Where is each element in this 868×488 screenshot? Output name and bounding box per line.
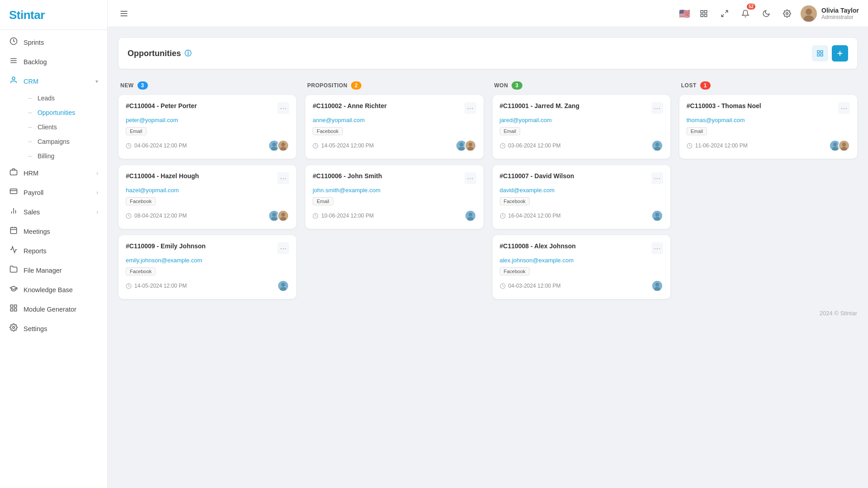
svg-rect-34 bbox=[821, 51, 823, 53]
sidebar-item-settings[interactable]: Settings bbox=[0, 319, 107, 338]
card-C110009[interactable]: #C110009 - Emily Johnson ··· emily.johns… bbox=[119, 235, 296, 299]
card-tag: Facebook bbox=[313, 127, 342, 135]
language-flag[interactable]: 🇺🇸 bbox=[679, 8, 690, 19]
sidebar-item-clients[interactable]: – Clients bbox=[24, 120, 107, 134]
card-menu-button[interactable]: ··· bbox=[277, 242, 289, 254]
card-header: #C110003 - Thomas Noel ··· bbox=[687, 102, 850, 114]
card-header: #C110002 - Anne Richter ··· bbox=[313, 102, 476, 114]
dark-mode-button[interactable] bbox=[759, 6, 773, 21]
sidebar-item-campaigns[interactable]: – Campaigns bbox=[24, 134, 107, 149]
svg-point-85 bbox=[842, 142, 846, 146]
meetings-icon bbox=[9, 226, 18, 237]
card-avatars bbox=[268, 140, 289, 152]
kanban-board: NEW 3 #C110004 - Peter Porter ··· peter@… bbox=[119, 78, 857, 305]
svg-point-4 bbox=[12, 77, 15, 80]
card-menu-button[interactable]: ··· bbox=[651, 102, 663, 114]
card-tags: Facebook bbox=[126, 197, 289, 205]
sidebar-label-backlog: Backlog bbox=[24, 58, 47, 66]
card-menu-button[interactable]: ··· bbox=[277, 172, 289, 184]
sidebar-label-settings: Settings bbox=[24, 325, 47, 332]
sidebar-label-campaigns: Campaigns bbox=[38, 138, 70, 145]
sidebar-item-billing[interactable]: – Billing bbox=[24, 149, 107, 163]
page-title: Opportunities ⓘ bbox=[128, 49, 191, 58]
page-content: Opportunities ⓘ NEW 3 #C110004 - Peter P… bbox=[108, 27, 868, 488]
sidebar-item-meetings[interactable]: Meetings bbox=[0, 222, 107, 241]
card-C110006[interactable]: #C110006 - John Smith ··· john.smith@exa… bbox=[305, 165, 483, 229]
sidebar-item-reports[interactable]: Reports bbox=[0, 241, 107, 261]
card-email: thomas@yopmail.com bbox=[687, 117, 850, 123]
sidebar-item-knowledge-base[interactable]: Knowledge Base bbox=[0, 280, 107, 299]
add-opportunity-button[interactable] bbox=[832, 45, 848, 62]
card-header: #C110008 - Alex Johnson ··· bbox=[500, 242, 663, 254]
svg-point-63 bbox=[467, 147, 474, 152]
card-avatars bbox=[829, 140, 850, 152]
grid-view-button[interactable] bbox=[812, 45, 828, 62]
card-date: 14-05-2024 12:00 PM bbox=[313, 142, 374, 149]
sidebar-label-clients: Clients bbox=[38, 123, 57, 131]
mini-avatar bbox=[651, 210, 663, 222]
kanban-col-won: WON 3 #C110001 - Jarred M. Zang ··· jare… bbox=[493, 78, 670, 305]
card-footer: 03-06-2024 12:00 PM bbox=[500, 140, 663, 152]
sidebar-item-payroll[interactable]: Payroll › bbox=[0, 183, 107, 202]
col-label-lost: LOST bbox=[681, 82, 697, 89]
mini-avatar bbox=[465, 210, 476, 222]
card-C110001[interactable]: #C110001 - Jarred M. Zang ··· jared@yopm… bbox=[493, 95, 670, 159]
svg-point-78 bbox=[655, 283, 659, 286]
svg-point-66 bbox=[468, 213, 472, 216]
notifications-button[interactable]: 52 bbox=[738, 6, 753, 21]
card-C110003[interactable]: #C110003 - Thomas Noel ··· thomas@yopmai… bbox=[679, 95, 857, 159]
col-header-proposition: PROPOSITION 2 bbox=[305, 78, 483, 95]
card-C110002[interactable]: #C110002 - Anne Richter ··· anne@yopmail… bbox=[305, 95, 483, 159]
card-email: alex.johnson@example.com bbox=[500, 257, 663, 264]
card-header: #C110001 - Jarred M. Zang ··· bbox=[500, 102, 663, 114]
sidebar-item-backlog[interactable]: Backlog bbox=[0, 52, 107, 71]
card-avatars bbox=[651, 280, 663, 292]
expand-button[interactable] bbox=[717, 6, 732, 21]
sidebar-item-leads[interactable]: – Leads bbox=[24, 91, 107, 105]
card-menu-button[interactable]: ··· bbox=[465, 172, 476, 184]
svg-rect-36 bbox=[821, 54, 823, 56]
sidebar-item-opportunities[interactable]: – Opportunities bbox=[24, 105, 107, 120]
hrm-chevron-icon: › bbox=[96, 170, 98, 176]
svg-point-31 bbox=[806, 9, 812, 15]
col-header-won: WON 3 bbox=[493, 78, 670, 95]
card-title: #C110009 - Emily Johnson bbox=[126, 242, 206, 250]
user-profile[interactable]: Olivia Taylor Administrator bbox=[801, 5, 859, 22]
sidebar-item-module-generator[interactable]: Module Generator bbox=[0, 299, 107, 319]
svg-point-51 bbox=[281, 213, 285, 216]
card-C110004b[interactable]: #C110004 - Hazel Hough ··· hazel@yopmail… bbox=[119, 165, 296, 229]
settings-button[interactable] bbox=[780, 6, 794, 21]
sidebar-item-crm[interactable]: CRM ▾ bbox=[0, 71, 107, 91]
sidebar-item-sprints[interactable]: Sprints bbox=[0, 33, 107, 52]
svg-point-60 bbox=[458, 147, 465, 152]
sidebar-item-file-manager[interactable]: File Manager bbox=[0, 261, 107, 280]
card-C110004[interactable]: #C110004 - Peter Porter ··· peter@yopmai… bbox=[119, 95, 296, 159]
svg-point-45 bbox=[280, 147, 286, 152]
svg-point-55 bbox=[281, 283, 285, 286]
col-badge-lost: 1 bbox=[700, 81, 711, 90]
card-footer: 14-05-2024 12:00 PM bbox=[313, 140, 476, 152]
logo: Stintar bbox=[0, 0, 107, 27]
svg-point-74 bbox=[655, 213, 659, 216]
card-menu-button[interactable]: ··· bbox=[651, 172, 663, 184]
sidebar-label-sales: Sales bbox=[24, 208, 40, 216]
col-badge-new: 3 bbox=[138, 81, 148, 90]
card-menu-button[interactable]: ··· bbox=[277, 102, 289, 114]
col-header-new: NEW 3 bbox=[119, 78, 296, 95]
card-C110007[interactable]: #C110007 - David Wilson ··· david@exampl… bbox=[493, 165, 670, 229]
card-tags: Email bbox=[313, 197, 476, 205]
card-menu-button[interactable]: ··· bbox=[651, 242, 663, 254]
svg-point-71 bbox=[654, 147, 660, 152]
card-menu-button[interactable]: ··· bbox=[838, 102, 850, 114]
sidebar-item-hrm[interactable]: HRM › bbox=[0, 163, 107, 183]
apps-grid-button[interactable] bbox=[697, 6, 711, 21]
card-C110008[interactable]: #C110008 - Alex Johnson ··· alex.johnson… bbox=[493, 235, 670, 299]
sidebar-item-sales[interactable]: Sales › bbox=[0, 202, 107, 222]
svg-rect-6 bbox=[10, 189, 17, 194]
hamburger-menu-button[interactable] bbox=[117, 6, 131, 21]
kanban-col-proposition: PROPOSITION 2 #C110002 - Anne Richter ··… bbox=[305, 78, 483, 235]
info-icon[interactable]: ⓘ bbox=[185, 49, 191, 58]
svg-point-67 bbox=[467, 217, 474, 222]
card-menu-button[interactable]: ··· bbox=[465, 102, 476, 114]
card-avatars bbox=[465, 210, 476, 222]
